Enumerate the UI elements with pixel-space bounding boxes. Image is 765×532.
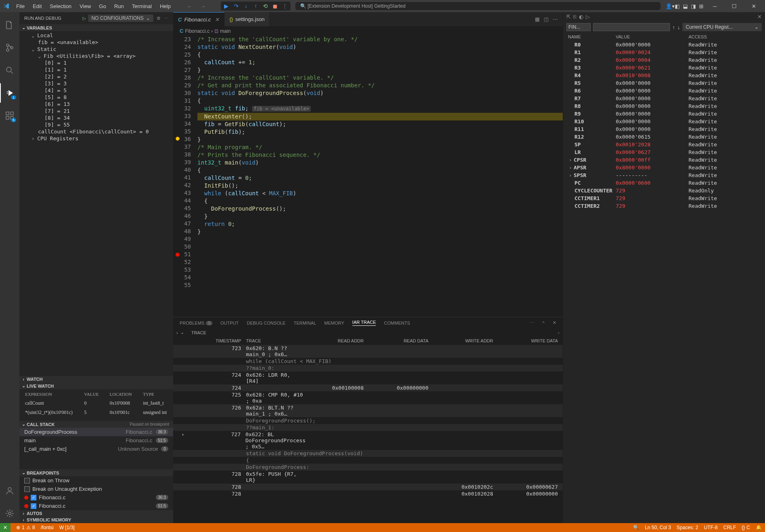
trace-row[interactable]: 7280x0010202c0x00000627 (173, 483, 563, 490)
autos-header[interactable]: ›AUTOS (19, 510, 173, 517)
register-row[interactable]: R70x0000'0000ReadWrite (563, 95, 765, 102)
register-row[interactable]: R90x0000'0000ReadWrite (563, 110, 765, 118)
register-group-select[interactable]: Current CPU Regist...⌄ (682, 23, 762, 31)
sb-lang[interactable]: {} C (742, 525, 750, 530)
trace-row[interactable]: DoForegroundProcess(); (173, 417, 563, 424)
register-row[interactable]: ›CPSR0x8000'00ffReadWrite (563, 156, 765, 164)
reg-tool2-icon[interactable]: ⎘ (573, 14, 576, 20)
livewatch-row[interactable]: *(uint32_t*)(0x10'001c)50x10'001cunsigne… (20, 408, 172, 417)
close-window-icon[interactable]: ✕ (746, 0, 762, 12)
tab-more-icon[interactable]: ⋯ (553, 16, 558, 22)
reg-tool3-icon[interactable]: ◐ (579, 14, 583, 20)
scope-cpu-registers[interactable]: ›CPU Registers (19, 135, 173, 142)
sb-bell-icon[interactable]: 🔔 (756, 525, 762, 530)
trace-row[interactable]: { (173, 457, 563, 464)
var-fib-array[interactable]: ⌄Fib <Utilities\Fib> = <array> (19, 53, 173, 59)
reg-tool1-icon[interactable]: ⇱ (566, 14, 571, 20)
layout-right-icon[interactable]: ◨ (691, 3, 696, 9)
trace-row[interactable]: ›7270x622: BL DoForegroundProcess ; 0x5… (173, 431, 563, 450)
panel-tab-iar-trace[interactable]: IAR TRACE (352, 320, 376, 326)
register-row[interactable]: R110x0000'0000ReadWrite (563, 125, 765, 133)
sb-errors[interactable]: ⊗1 ⚠8 (16, 525, 35, 530)
menu-help[interactable]: Help (157, 2, 174, 11)
register-row[interactable]: PC0x0000'0600ReadWrite (563, 179, 765, 187)
trace-row[interactable]: ??main_1: (173, 424, 563, 431)
register-row[interactable]: R10x0000'0024ReadWrite (563, 49, 765, 56)
sb-zoom-icon[interactable]: 🔍 (633, 525, 639, 530)
continue-icon[interactable]: ▶ (223, 3, 230, 9)
register-row[interactable]: R120x0000'0615ReadWrite (563, 133, 765, 141)
register-filter-input[interactable] (593, 23, 670, 31)
sb-ln[interactable]: Ln 50, Col 3 (645, 525, 671, 530)
chevron-right-icon[interactable]: › (569, 157, 574, 163)
editor-tab[interactable]: {}settings.json (225, 12, 270, 26)
menu-go[interactable]: Go (96, 2, 109, 11)
var-array-item[interactable]: [7] = 21 (19, 108, 173, 114)
scope-local[interactable]: ⌄Local (19, 32, 173, 39)
trace-row[interactable]: while (callCount < MAX_FIB) (173, 358, 563, 365)
close-tab-icon[interactable]: ✕ (215, 17, 219, 23)
expand-icon[interactable]: › (181, 431, 184, 437)
var-fib[interactable]: fib = <unavailable> (19, 39, 173, 46)
sb-eol[interactable]: CRLF (723, 525, 736, 530)
register-search-input[interactable] (566, 23, 591, 31)
breadcrumb[interactable]: C Fibonacci.c › ⊡ main (173, 26, 563, 36)
copilot-icon[interactable]: 👤▾ (665, 3, 675, 9)
checkbox-icon[interactable] (24, 486, 30, 492)
find-prev-icon[interactable]: ↑ (672, 24, 675, 30)
register-row[interactable]: R100x0000'0000ReadWrite (563, 118, 765, 125)
menu-edit[interactable]: Edit (30, 2, 45, 11)
register-row[interactable]: CCTIMER1729ReadWrite (563, 194, 765, 202)
debug-config-select[interactable]: No Configurations⌄ (88, 15, 153, 22)
trace-body[interactable]: 7230x620: B.N ??main_0 ; 0x6… while (cal… (173, 345, 563, 523)
var-array-item[interactable]: [0] = 1 (19, 59, 173, 66)
trace-row[interactable]: ??main_0: (173, 365, 563, 372)
livewatch-add[interactable] (20, 418, 172, 420)
trace-row[interactable]: 7280x001020280x00000000 (173, 490, 563, 497)
register-row[interactable]: CYCLECOUNTER729ReadOnly (563, 187, 765, 194)
breakpoint-row[interactable]: ✓Fibonacci.c36:3 (19, 493, 173, 502)
trace-row[interactable]: 7240x626: LDR R0, [R4] (173, 372, 563, 384)
panel-tab-output[interactable]: OUTPUT (220, 321, 239, 325)
bp-uncaught[interactable]: Break on Uncaught Exception (19, 485, 173, 493)
livewatch-row[interactable]: callCount00x10'0008int_fast8_t (20, 399, 172, 407)
register-row[interactable]: R80x0000'0000ReadWrite (563, 102, 765, 110)
expand-right-icon[interactable]: › (176, 330, 178, 335)
stop-icon[interactable]: ◼ (272, 3, 278, 9)
panel-tab-terminal[interactable]: TERMINAL (294, 321, 316, 325)
scope-static[interactable]: ⌄Static (19, 46, 173, 53)
register-row[interactable]: R50x0000'0000ReadWrite (563, 79, 765, 87)
layout-bottom-icon[interactable]: ⬓ (683, 3, 688, 9)
activity-scm[interactable] (0, 38, 19, 57)
split-editor-icon[interactable]: ◫ (544, 16, 549, 22)
menu-selection[interactable]: Selection (47, 2, 74, 11)
chevron-right-icon[interactable]: › (569, 172, 574, 178)
livewatch-header[interactable]: ⌄LIVE WATCH (19, 382, 173, 389)
callstack-frame[interactable]: mainFibonacci.c51:5 (19, 436, 173, 445)
trace-row[interactable]: 7250x628: CMP R0, #10 ; 0xa (173, 391, 563, 404)
registers-body[interactable]: R00x0000'0000ReadWriteR10x0000'0024ReadW… (563, 41, 765, 523)
checkbox-icon[interactable]: ✓ (31, 503, 36, 509)
editor-tab[interactable]: CFibonacci.c✕ (173, 12, 225, 26)
panel-tab-debug-console[interactable]: DEBUG CONSOLE (247, 321, 286, 325)
var-array-item[interactable]: [8] = 34 (19, 114, 173, 121)
layout-customize-icon[interactable]: ⊞ (699, 3, 704, 9)
activity-search[interactable] (0, 61, 19, 80)
var-array-item[interactable]: [2] = 2 (19, 73, 173, 80)
watch-header[interactable]: ›WATCH (19, 376, 173, 382)
code-editor[interactable]: 2324252627282930313233343536373839404142… (173, 36, 563, 317)
step-into-icon[interactable]: ↓ (243, 3, 249, 9)
var-array-item[interactable]: [1] = 1 (19, 66, 173, 73)
register-row[interactable]: R30x0000'0621ReadWrite (563, 64, 765, 72)
var-array-item[interactable]: [9] = 55 (19, 121, 173, 128)
activity-explorer[interactable] (0, 15, 19, 35)
trace-row[interactable]: 7280x5fe: PUSH {R7, LR} (173, 471, 563, 483)
step-out-icon[interactable]: ↑ (252, 3, 259, 9)
breakpoints-header[interactable]: ⌄BREAKPOINTS (19, 469, 173, 476)
panel-maximize-icon[interactable]: ^ (542, 321, 545, 325)
register-row[interactable]: ›APSR0x8000'0000ReadWrite (563, 164, 765, 171)
debug-play-icon[interactable]: ▷ (83, 16, 86, 21)
command-center[interactable]: 🔍 [Extension Development Host] GettingSt… (295, 2, 661, 10)
register-row[interactable]: ›SPSR----------ReadWrite (563, 171, 765, 179)
chevron-down-icon[interactable]: ⌄ (180, 330, 184, 335)
